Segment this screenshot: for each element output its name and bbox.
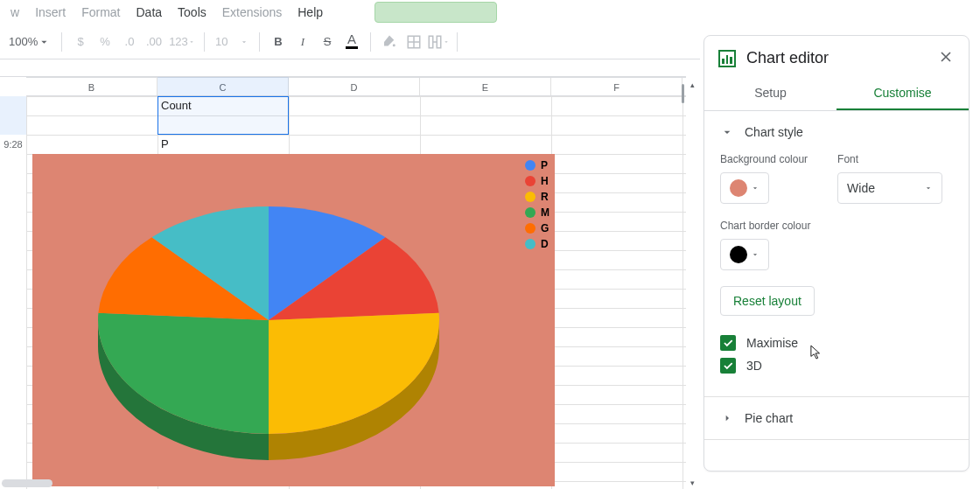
border-color-swatch — [730, 246, 747, 263]
fill-color-button[interactable] — [378, 31, 401, 53]
menu-item-help[interactable]: Help — [290, 2, 330, 23]
menu-item-extensions[interactable]: Extensions — [215, 2, 289, 23]
format-percent-button[interactable]: % — [94, 31, 116, 53]
tab-customise[interactable]: Customise — [836, 77, 969, 110]
chevron-down-icon — [38, 35, 51, 49]
font-label: Font — [837, 153, 942, 165]
cells-grid[interactable]: Count P 9:28 P H R M G D — [26, 96, 686, 489]
border-color-label: Chart border colour — [720, 220, 810, 232]
maximise-checkbox[interactable]: Maximise — [720, 335, 953, 351]
chart-legend: P H R M G D — [525, 157, 550, 252]
checkbox-checked-icon — [720, 335, 736, 351]
text-color-button[interactable]: A — [340, 31, 363, 53]
chart-editor-icon — [718, 50, 736, 67]
selected-column-indicator — [158, 77, 289, 96]
checkbox-checked-icon — [720, 358, 736, 374]
chevron-down-icon — [720, 125, 734, 139]
border-color-select[interactable] — [720, 239, 769, 270]
panel-title: Chart editor — [746, 49, 927, 67]
vertical-scrollbar[interactable]: ▴ ▾ — [688, 80, 696, 487]
zoom-select[interactable]: 100% — [5, 31, 54, 53]
zoom-value: 100% — [9, 35, 38, 48]
chevron-down-icon — [240, 38, 248, 46]
more-formats-button[interactable]: 123 — [167, 31, 197, 53]
svg-point-1 — [393, 44, 396, 46]
decrease-decimal-button[interactable]: .0 — [118, 31, 141, 53]
merge-icon — [427, 34, 443, 50]
chevron-down-icon — [924, 184, 933, 192]
maximise-label: Maximise — [746, 336, 798, 350]
chevron-right-icon — [720, 411, 734, 425]
cell-c3[interactable]: P — [158, 135, 289, 154]
borders-button[interactable] — [402, 31, 425, 53]
legend-label: G — [541, 222, 549, 234]
column-header-f[interactable]: F — [551, 78, 682, 95]
font-select[interactable]: Wide — [837, 172, 942, 204]
column-headers[interactable]: B C D E F — [26, 77, 686, 96]
selected-row-indicator — [0, 96, 26, 135]
menu-item-insert[interactable]: Insert — [28, 2, 73, 23]
legend-swatch — [525, 223, 536, 234]
scroll-up-button[interactable]: ▴ — [688, 80, 696, 89]
menu-item-format[interactable]: Format — [74, 2, 127, 23]
legend-label: M — [541, 206, 550, 219]
saving-indicator — [374, 2, 497, 23]
tab-setup[interactable]: Setup — [704, 77, 836, 110]
italic-button[interactable]: I — [291, 31, 314, 53]
more-formats-label: 123 — [169, 35, 188, 48]
editor-tabs: Setup Customise — [704, 77, 969, 111]
chart-editor-panel: Chart editor Setup Customise Chart style… — [704, 35, 970, 472]
menu-item-tools[interactable]: Tools — [171, 2, 214, 23]
merge-cells-button[interactable] — [427, 31, 450, 53]
horizontal-scrollbar[interactable] — [2, 479, 52, 487]
font-size-value: 10 — [215, 35, 228, 48]
section-chart-style-header[interactable]: Chart style — [704, 111, 969, 153]
row-label[interactable]: 9:28 — [0, 135, 26, 154]
column-header-b[interactable]: B — [26, 78, 158, 95]
chevron-down-icon — [443, 38, 450, 45]
three-d-checkbox[interactable]: 3D — [720, 358, 953, 374]
section-title: Chart style — [745, 125, 803, 139]
bg-color-label: Background colour — [720, 153, 808, 165]
bg-color-select[interactable] — [720, 172, 769, 204]
section-title: Pie chart — [745, 411, 793, 425]
legend-label: R — [541, 191, 549, 203]
menu-item-view[interactable]: w — [4, 2, 26, 23]
chevron-down-icon — [751, 184, 760, 192]
increase-decimal-button[interactable]: .00 — [143, 31, 165, 53]
scroll-down-button[interactable]: ▾ — [688, 479, 696, 487]
legend-swatch — [525, 160, 536, 171]
format-currency-button[interactable]: $ — [69, 31, 92, 53]
paint-bucket-icon — [382, 34, 397, 50]
font-size-select[interactable]: 10 — [212, 31, 252, 53]
text-color-a-icon: A — [346, 32, 358, 49]
column-header-e[interactable]: E — [420, 78, 551, 95]
legend-label: D — [541, 238, 549, 250]
three-d-label: 3D — [746, 359, 762, 373]
column-header-d[interactable]: D — [289, 78, 420, 95]
pie-chart — [32, 154, 555, 486]
bg-color-swatch — [730, 179, 747, 197]
formula-bar[interactable] — [0, 59, 686, 77]
legend-label: H — [541, 175, 549, 187]
side-panel-area: Chart editor Setup Customise Chart style… — [700, 0, 980, 489]
embedded-chart[interactable]: P H R M G D — [32, 154, 555, 486]
font-value: Wide — [847, 181, 875, 195]
section-pie-chart-header[interactable]: Pie chart — [704, 397, 969, 439]
legend-swatch — [525, 176, 536, 186]
borders-icon — [406, 34, 422, 50]
reset-layout-button[interactable]: Reset layout — [720, 286, 815, 316]
chevron-down-icon — [751, 250, 760, 259]
cell-c1[interactable]: Count — [158, 96, 289, 115]
menu-item-data[interactable]: Data — [129, 2, 169, 23]
chevron-down-icon — [188, 38, 195, 45]
legend-swatch — [525, 207, 536, 218]
bold-button[interactable]: B — [267, 31, 290, 53]
legend-swatch — [525, 239, 536, 249]
legend-swatch — [525, 192, 536, 202]
close-panel-button[interactable] — [937, 48, 955, 68]
legend-label: P — [541, 159, 548, 171]
panel-resize-handle[interactable] — [679, 59, 686, 489]
strikethrough-button[interactable]: S — [316, 31, 339, 53]
close-icon — [937, 48, 955, 66]
